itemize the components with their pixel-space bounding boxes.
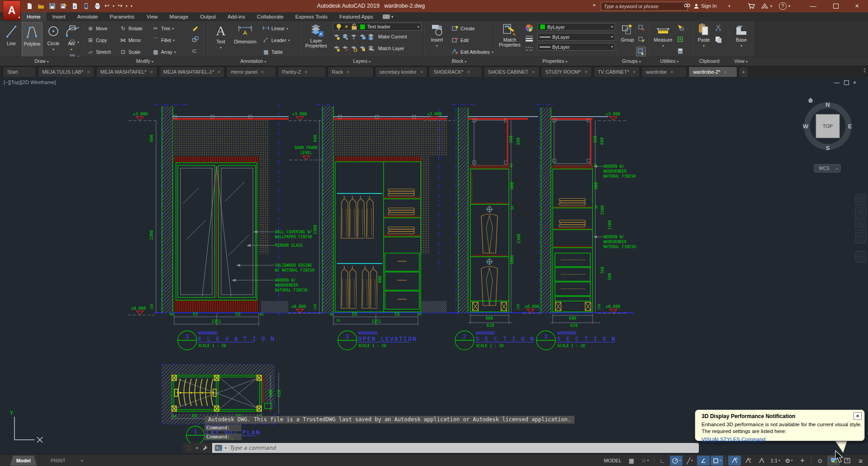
linetype-dropdown[interactable]: ByLayer▾	[537, 43, 615, 51]
copy-clip-icon[interactable]	[715, 36, 722, 43]
edit-attributes-button[interactable]: Edit Attributes▾	[451, 47, 493, 56]
file-tab[interactable]: Pantry-2×	[278, 66, 326, 77]
ortho-toggle[interactable]: ∟	[656, 456, 669, 466]
autocad-logo[interactable]: A▾	[3, 0, 21, 20]
panel-draw[interactable]: Draw ▾	[34, 58, 48, 64]
new-file-icon[interactable]	[25, 2, 33, 10]
customization-menu-icon[interactable]: ≡	[854, 456, 867, 466]
group-button[interactable]: Group	[618, 23, 637, 42]
file-tab[interactable]: Rack×	[327, 66, 374, 77]
create-block-button[interactable]: Create	[451, 24, 475, 33]
viewport-controls[interactable]: [−][Top][2D Wireframe]	[4, 80, 56, 85]
circle-button[interactable]: Circle▾	[44, 23, 62, 52]
erase-icon[interactable]	[192, 24, 199, 31]
object-snap-toggle[interactable]: ▾	[711, 456, 723, 466]
search-expand-icon[interactable]: ▸	[593, 2, 596, 7]
tab-collaborate[interactable]: Collaborate	[251, 12, 289, 21]
tab-annotate[interactable]: Annotate	[71, 12, 104, 21]
ungroup-icon[interactable]	[638, 24, 645, 31]
notification-close-icon[interactable]: ×	[854, 412, 862, 420]
panel-properties[interactable]: Properties ▾	[543, 58, 568, 64]
quick-calc-icon[interactable]	[677, 47, 684, 55]
point-style-icon[interactable]	[677, 36, 684, 43]
fillet-button[interactable]: ⌒Fillet▾	[152, 36, 175, 45]
ellipse-tool-icon[interactable]: ▾	[69, 38, 79, 46]
annotation-visibility-toggle[interactable]	[728, 456, 741, 466]
layer-properties-button[interactable]: LayerProperties	[302, 23, 330, 48]
file-tab[interactable]: SHOERACK*×	[429, 66, 482, 77]
polar-tracking-toggle[interactable]: ▾	[670, 456, 683, 466]
open-folder-icon[interactable]	[37, 2, 45, 10]
print-icon[interactable]	[93, 2, 101, 10]
group-edit-icon[interactable]	[638, 36, 645, 43]
copy-button[interactable]: ⊞Copy	[87, 36, 107, 45]
osnap-tracking-toggle[interactable]: ∠	[697, 456, 710, 466]
snap-toggle[interactable]: ⁙▾	[639, 456, 651, 466]
grid-toggle[interactable]: ▦	[625, 456, 638, 466]
file-tab[interactable]: SHOES CABINET×	[484, 66, 540, 77]
command-close-icon[interactable]: ×	[195, 445, 198, 451]
viewcube[interactable]: N E S W TOP WCS ▾	[803, 98, 852, 172]
panel-modify[interactable]: Modify ▾	[136, 58, 153, 64]
match-properties-button[interactable]: MatchProperties	[497, 23, 523, 47]
share-icon[interactable]	[82, 2, 90, 10]
model-tab[interactable]: Model	[10, 456, 37, 466]
panel-utilities[interactable]: Utilities ▾	[660, 58, 679, 64]
viewport-close-icon[interactable]: ×	[853, 80, 856, 86]
layer-select-dropdown[interactable]: ☀ Text leader▾	[333, 23, 422, 31]
file-tab[interactable]: wardrobe×	[641, 66, 687, 77]
visualstyles-link[interactable]: VISUALSTYLES Command	[702, 437, 765, 442]
base-view-button[interactable]: Base▾	[730, 23, 753, 48]
panel-annotation[interactable]: Annotation ▾	[240, 58, 266, 64]
panel-view[interactable]: View ▾	[734, 58, 748, 64]
print-layout-tab[interactable]: PRINT	[44, 456, 72, 466]
search-go-icon[interactable]	[684, 1, 690, 10]
edit-block-button[interactable]: Edit	[451, 36, 469, 45]
save-as-icon[interactable]	[59, 2, 67, 10]
tab-parametric[interactable]: Parametric	[104, 12, 141, 21]
move-button[interactable]: ⊕Move	[87, 24, 108, 33]
annotation-scale-value[interactable]: 1:1▾	[769, 456, 782, 466]
model-space-label[interactable]: MODEL	[604, 458, 621, 463]
annotation-monitor-icon[interactable]: +	[796, 456, 809, 466]
command-input[interactable]: >_ ▾ Type a command	[212, 443, 699, 453]
new-drawing-tab[interactable]: +	[739, 66, 749, 77]
panel-groups[interactable]: Groups ▾	[622, 58, 640, 64]
close-button[interactable]: ×	[847, 0, 867, 12]
tab-output[interactable]: Output	[194, 12, 222, 21]
annotation-autoscale-toggle[interactable]	[742, 456, 754, 466]
stretch-button[interactable]: ▱Stretch	[87, 47, 111, 56]
redo-caret-icon[interactable]: ▾	[126, 4, 128, 8]
undo-caret-icon[interactable]: ▾	[113, 4, 114, 8]
isolate-objects-icon[interactable]: ⊙	[814, 456, 826, 466]
panel-block[interactable]: Block ▾	[452, 58, 467, 64]
file-tab[interactable]: mirror panel×	[226, 66, 276, 77]
tab-addins[interactable]: Add-ins	[222, 12, 251, 21]
dimension-button[interactable]: Dimension	[232, 23, 259, 44]
autodesk-360-icon[interactable]: ▾	[761, 1, 772, 10]
viewport-restore-icon[interactable]	[844, 80, 849, 85]
scale-button[interactable]: ⊡Scale	[119, 47, 140, 56]
new-layout-tab[interactable]: +	[76, 456, 88, 466]
tab-home[interactable]: Home	[21, 12, 47, 21]
help-icon[interactable]: ?▾	[779, 1, 790, 10]
tab-insert[interactable]: Insert	[47, 12, 71, 21]
layer-tools-row-2[interactable]: Match Layer	[333, 45, 404, 52]
panel-layers[interactable]: Layers ▾	[353, 58, 370, 64]
viewport-minimize-icon[interactable]: —	[834, 80, 840, 86]
tab-view[interactable]: View	[141, 12, 164, 21]
model-space-canvas[interactable]: [−][Top][2D Wireframe] — ×	[0, 77, 868, 454]
trim-button[interactable]: ✂Trim▾	[152, 24, 174, 33]
file-tab[interactable]: MEJA TULIS LAB*×	[38, 66, 94, 77]
file-tab-active[interactable]: wardrobe-2*×	[688, 66, 737, 77]
open-from-web-icon[interactable]	[71, 2, 79, 10]
file-tab[interactable]: secretary koridor×	[375, 66, 427, 77]
quick-select-icon[interactable]	[677, 24, 684, 31]
paste-button[interactable]: Paste▾	[694, 23, 714, 48]
undo-icon[interactable]: ↩	[104, 2, 109, 10]
sign-in-button[interactable]: Sign In▾	[693, 1, 730, 10]
ribbon-display-toggle[interactable]: ▾	[383, 12, 394, 21]
layer-tools-row-1[interactable]: Make Current	[333, 33, 407, 40]
modify-more-icon[interactable]: ⊂	[192, 47, 197, 54]
save-icon[interactable]	[48, 2, 56, 10]
